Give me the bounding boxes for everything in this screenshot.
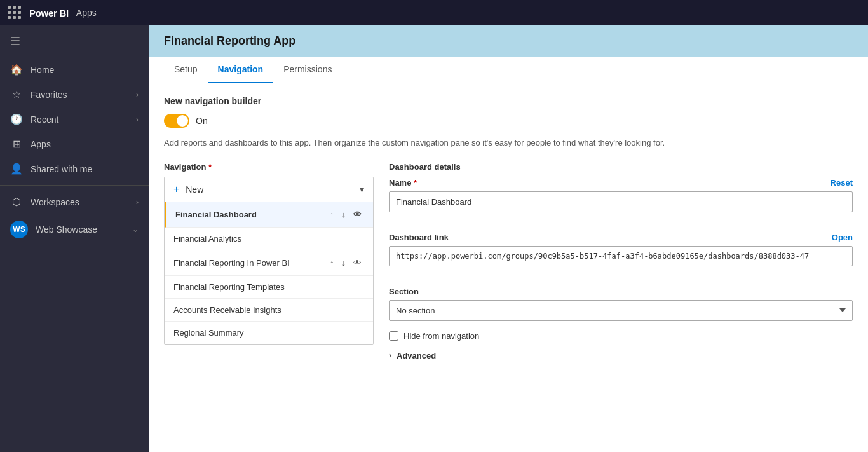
main-content: Financial Reporting App Setup Navigation… xyxy=(149,25,868,452)
chevron-down-icon: ⌄ xyxy=(132,225,139,234)
sidebar-item-workspaces[interactable]: ⬡ Workspaces › xyxy=(0,189,149,214)
favorites-icon: ☆ xyxy=(10,88,23,100)
shared-icon: 👤 xyxy=(10,163,23,175)
move-down-icon[interactable]: ↓ xyxy=(339,257,349,269)
move-up-icon[interactable]: ↑ xyxy=(327,209,337,221)
hide-checkbox[interactable] xyxy=(389,331,398,341)
sidebar-item-home[interactable]: 🏠 Home xyxy=(0,57,149,82)
navigation-panel: Navigation + New ▾ Fin xyxy=(164,162,374,345)
nav-item-label: Financial Reporting Templates xyxy=(173,282,285,292)
link-input[interactable] xyxy=(389,246,853,266)
visibility-icon[interactable]: 👁 xyxy=(351,209,364,221)
topbar: Power BI Apps xyxy=(0,0,868,25)
sidebar-item-label: Recent xyxy=(31,114,58,125)
link-label: Dashboard link xyxy=(389,233,449,242)
recent-icon: 🕐 xyxy=(10,113,23,125)
sidebar-item-shared[interactable]: 👤 Shared with me xyxy=(0,156,149,181)
topbar-appname: Apps xyxy=(76,8,97,18)
toggle-state-label: On xyxy=(196,116,208,126)
sidebar-item-recent[interactable]: 🕐 Recent › xyxy=(0,107,149,132)
move-down-icon[interactable]: ↓ xyxy=(339,209,349,221)
caret-icon: ▾ xyxy=(360,184,364,195)
hide-checkbox-row: Hide from navigation xyxy=(389,331,853,341)
chevron-right-icon: › xyxy=(136,115,139,124)
toggle-row: On xyxy=(164,114,853,128)
reset-link[interactable]: Reset xyxy=(831,178,853,188)
link-field: Dashboard link Open xyxy=(389,233,853,277)
chevron-right-icon: › xyxy=(389,351,391,360)
nav-item-financial-reporting-power-bi[interactable]: Financial Reporting In Power BI ↑ ↓ 👁 xyxy=(165,250,373,276)
sidebar-item-label: Shared with me xyxy=(31,164,92,174)
powerbi-logo: Power BI xyxy=(29,8,69,18)
hamburger-menu[interactable]: ☰ xyxy=(0,25,149,57)
sidebar: ☰ 🏠 Home ☆ Favorites › 🕐 Recent › ⊞ Apps… xyxy=(0,25,149,452)
sidebar-item-label: Apps xyxy=(31,139,51,149)
nav-item-label: Financial Analytics xyxy=(173,234,241,243)
item-actions: ↑ ↓ 👁 xyxy=(327,209,364,221)
nav-item-financial-reporting-templates[interactable]: Financial Reporting Templates xyxy=(165,276,373,299)
new-button-label: New xyxy=(186,184,203,195)
nav-list-container: + New ▾ Financial Dashboard ↑ ↓ 👁 xyxy=(164,177,374,345)
nav-panel-header: Navigation xyxy=(164,162,374,172)
navigation-label: Navigation xyxy=(164,162,212,172)
tab-bar: Setup Navigation Permissions xyxy=(149,57,868,83)
sidebar-item-apps[interactable]: ⊞ Apps xyxy=(0,132,149,156)
chevron-right-icon: › xyxy=(136,198,139,207)
section-select[interactable]: No section xyxy=(389,300,853,321)
chevron-right-icon: › xyxy=(136,90,139,99)
item-actions: ↑ ↓ 👁 xyxy=(327,257,364,269)
home-icon: 🏠 xyxy=(10,64,23,76)
content-body: New navigation builder On Add reports an… xyxy=(149,83,868,452)
nav-new-button[interactable]: + New ▾ xyxy=(165,177,373,202)
name-field: Name Reset xyxy=(389,178,853,223)
description-text: Add reports and dashboards to this app. … xyxy=(164,137,853,149)
details-title: Dashboard details xyxy=(389,162,461,172)
tab-permissions[interactable]: Permissions xyxy=(273,57,342,83)
visibility-icon[interactable]: 👁 xyxy=(351,257,364,269)
app-title: Financial Reporting App xyxy=(164,34,295,47)
app-launcher-icon[interactable] xyxy=(8,6,22,20)
workspaces-icon: ⬡ xyxy=(10,196,23,208)
open-link[interactable]: Open xyxy=(832,233,853,242)
nav-item-label: Financial Reporting In Power BI xyxy=(173,258,290,268)
nav-item-regional-summary[interactable]: Regional Summary xyxy=(165,322,373,344)
hide-label: Hide from navigation xyxy=(403,331,479,341)
nav-item-label: Accounts Receivable Insights xyxy=(173,305,281,315)
avatar: WS xyxy=(10,221,28,238)
nav-builder-label: New navigation builder xyxy=(164,96,853,106)
apps-icon: ⊞ xyxy=(10,138,23,150)
section-label: Section xyxy=(389,287,419,296)
name-input[interactable] xyxy=(389,191,853,212)
name-field-header: Name Reset xyxy=(389,178,853,188)
sidebar-item-label: Favorites xyxy=(31,90,67,100)
nav-item-financial-dashboard[interactable]: Financial Dashboard ↑ ↓ 👁 xyxy=(165,202,373,228)
app-header: Financial Reporting App xyxy=(149,25,868,57)
two-column-layout: Navigation + New ▾ Fin xyxy=(164,162,853,360)
section-field-header: Section xyxy=(389,287,853,296)
advanced-label: Advanced xyxy=(397,351,436,360)
section-field: Section No section xyxy=(389,287,853,321)
nav-item-label: Regional Summary xyxy=(173,328,244,338)
sidebar-item-favorites[interactable]: ☆ Favorites › xyxy=(0,82,149,107)
nav-item-accounts-receivable[interactable]: Accounts Receivable Insights xyxy=(165,299,373,322)
details-panel: Dashboard details Name Reset Dashboard xyxy=(389,162,853,360)
nav-item-financial-analytics[interactable]: Financial Analytics xyxy=(165,228,373,250)
name-label: Name xyxy=(389,178,417,188)
tab-setup[interactable]: Setup xyxy=(164,57,208,83)
nav-item-label: Financial Dashboard xyxy=(175,210,257,219)
tab-navigation[interactable]: Navigation xyxy=(208,57,274,83)
plus-icon: + xyxy=(173,184,179,195)
sidebar-item-label: Home xyxy=(31,65,54,75)
sidebar-item-label: Workspaces xyxy=(31,197,79,207)
sidebar-item-label: Web Showcase xyxy=(36,224,97,235)
details-section-header: Dashboard details xyxy=(389,162,853,172)
move-up-icon[interactable]: ↑ xyxy=(327,257,337,269)
link-field-header: Dashboard link Open xyxy=(389,233,853,242)
nav-builder-toggle[interactable] xyxy=(164,114,189,128)
sidebar-item-web-showcase[interactable]: WS Web Showcase ⌄ xyxy=(0,214,149,245)
advanced-row[interactable]: › Advanced xyxy=(389,351,853,360)
